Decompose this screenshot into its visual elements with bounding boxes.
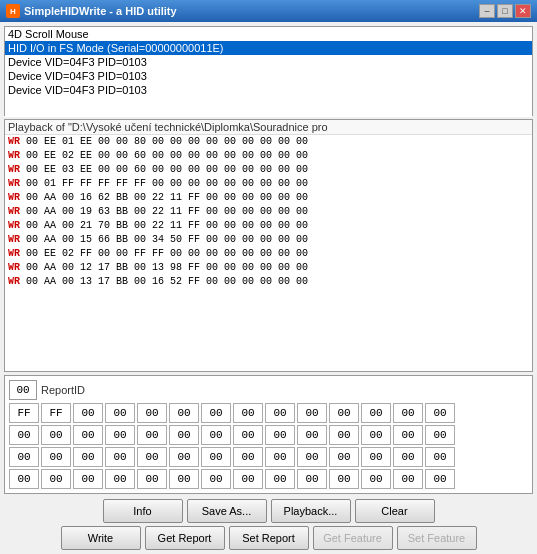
hex-cell[interactable] (9, 469, 39, 489)
app-icon: H (6, 4, 20, 18)
log-header: Playback of "D:\Vysoké učení technické\D… (5, 120, 532, 135)
hex-cell[interactable] (41, 447, 71, 467)
log-row: WR 00 AA 00 19 63 BB 00 22 11 FF 00 00 0… (5, 205, 532, 219)
hex-cell[interactable] (105, 447, 135, 467)
log-row: WR 00 01 FF FF FF FF FF 00 00 00 00 00 0… (5, 177, 532, 191)
report-id-row: ReportID (9, 380, 528, 400)
hex-cell[interactable] (233, 447, 263, 467)
hex-cell[interactable] (169, 447, 199, 467)
hex-cell[interactable] (329, 425, 359, 445)
hex-cell[interactable] (41, 403, 71, 423)
title-bar: H SimpleHIDWrite - a HID utility – □ ✕ (0, 0, 537, 22)
device-list-item[interactable]: Device VID=04F3 PID=0103 (5, 69, 532, 83)
hex-cell[interactable] (361, 447, 391, 467)
hex-cell[interactable] (105, 403, 135, 423)
hex-cell[interactable] (201, 469, 231, 489)
hex-cell[interactable] (137, 447, 167, 467)
hex-cell[interactable] (169, 425, 199, 445)
hex-cell[interactable] (201, 403, 231, 423)
device-list-item[interactable]: Device VID=04F3 PID=0103 (5, 83, 532, 97)
clear-button[interactable]: Clear (355, 499, 435, 523)
hex-row (9, 425, 528, 445)
hex-cell[interactable] (297, 469, 327, 489)
hex-cell[interactable] (393, 469, 423, 489)
hex-cell[interactable] (265, 403, 295, 423)
device-list: 4D Scroll MouseHID I/O in FS Mode (Seria… (4, 26, 533, 116)
hex-cell[interactable] (297, 403, 327, 423)
hex-cell[interactable] (169, 403, 199, 423)
hex-cell[interactable] (233, 403, 263, 423)
save-as-button[interactable]: Save As... (187, 499, 267, 523)
log-row: WR 00 AA 00 15 66 BB 00 34 50 FF 00 00 0… (5, 233, 532, 247)
hex-cell[interactable] (425, 469, 455, 489)
hex-cell[interactable] (41, 469, 71, 489)
log-row: WR 00 EE 01 EE 00 00 80 00 00 00 00 00 0… (5, 135, 532, 149)
hex-cell[interactable] (233, 469, 263, 489)
hex-cell[interactable] (41, 425, 71, 445)
log-area: Playback of "D:\Vysoké učení technické\D… (4, 119, 533, 372)
hex-cell[interactable] (265, 447, 295, 467)
write-button[interactable]: Write (61, 526, 141, 550)
hex-cell[interactable] (329, 403, 359, 423)
hex-row (9, 469, 528, 489)
report-id-input[interactable] (9, 380, 37, 400)
device-list-item[interactable]: Device VID=04F3 PID=0103 (5, 55, 532, 69)
log-row: WR 00 AA 00 21 70 BB 00 22 11 FF 00 00 0… (5, 219, 532, 233)
hex-cell[interactable] (201, 425, 231, 445)
hex-cell[interactable] (329, 447, 359, 467)
hex-cell[interactable] (73, 425, 103, 445)
set-feature-button[interactable]: Set Feature (397, 526, 477, 550)
hex-cell[interactable] (393, 447, 423, 467)
hex-cell[interactable] (425, 403, 455, 423)
hex-cell[interactable] (73, 469, 103, 489)
log-scroll[interactable]: Playback of "D:\Vysoké učení technické\D… (5, 120, 532, 371)
get-feature-button[interactable]: Get Feature (313, 526, 393, 550)
buttons-row1: Info Save As... Playback... Clear (4, 499, 533, 523)
hex-cell[interactable] (265, 469, 295, 489)
hex-cell[interactable] (425, 425, 455, 445)
device-list-item[interactable]: HID I/O in FS Mode (Serial=00000000011E) (5, 41, 532, 55)
hex-cell[interactable] (297, 425, 327, 445)
set-report-button[interactable]: Set Report (229, 526, 309, 550)
hex-cell[interactable] (73, 403, 103, 423)
hex-cell[interactable] (361, 469, 391, 489)
hex-cell[interactable] (105, 425, 135, 445)
main-content: 4D Scroll MouseHID I/O in FS Mode (Seria… (0, 22, 537, 554)
device-list-item[interactable]: 4D Scroll Mouse (5, 27, 532, 41)
hex-cell[interactable] (265, 425, 295, 445)
log-row: WR 00 EE 02 FF 00 00 FF FF 00 00 00 00 0… (5, 247, 532, 261)
hex-cell[interactable] (329, 469, 359, 489)
info-button[interactable]: Info (103, 499, 183, 523)
hex-cell[interactable] (169, 469, 199, 489)
report-id-label: ReportID (41, 384, 85, 396)
hex-cell[interactable] (425, 447, 455, 467)
playback-button[interactable]: Playback... (271, 499, 351, 523)
hex-cell[interactable] (393, 425, 423, 445)
log-row: WR 00 AA 00 12 17 BB 00 13 98 FF 00 00 0… (5, 261, 532, 275)
log-row: WR 00 EE 02 EE 00 00 60 00 00 00 00 00 0… (5, 149, 532, 163)
hex-row (9, 447, 528, 467)
device-list-scroll[interactable]: 4D Scroll MouseHID I/O in FS Mode (Seria… (5, 27, 532, 117)
hex-cell[interactable] (137, 425, 167, 445)
hex-cell[interactable] (105, 469, 135, 489)
hex-row (9, 403, 528, 423)
hex-cell[interactable] (9, 447, 39, 467)
hex-cell[interactable] (137, 469, 167, 489)
get-report-button[interactable]: Get Report (145, 526, 225, 550)
log-row: WR 00 EE 03 EE 00 00 60 00 00 00 00 00 0… (5, 163, 532, 177)
hex-cell[interactable] (201, 447, 231, 467)
hex-cell[interactable] (137, 403, 167, 423)
close-button[interactable]: ✕ (515, 4, 531, 18)
minimize-button[interactable]: – (479, 4, 495, 18)
hex-cell[interactable] (297, 447, 327, 467)
hex-cell[interactable] (361, 425, 391, 445)
buttons-row2: Write Get Report Set Report Get Feature … (4, 526, 533, 550)
hex-editor: ReportID (4, 375, 533, 494)
hex-cell[interactable] (9, 403, 39, 423)
hex-cell[interactable] (361, 403, 391, 423)
hex-cell[interactable] (393, 403, 423, 423)
hex-cell[interactable] (9, 425, 39, 445)
hex-cell[interactable] (233, 425, 263, 445)
maximize-button[interactable]: □ (497, 4, 513, 18)
hex-cell[interactable] (73, 447, 103, 467)
